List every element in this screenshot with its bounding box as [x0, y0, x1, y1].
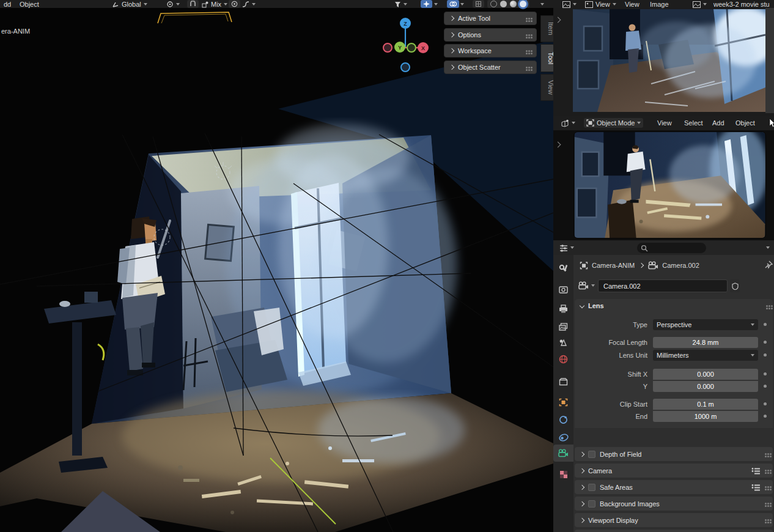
- panel-workspace[interactable]: Workspace: [444, 44, 537, 57]
- panel-title: Lens: [588, 302, 604, 309]
- tab-constraints-properties[interactable]: [553, 429, 573, 446]
- overlays-dropdown[interactable]: [460, 0, 464, 9]
- image-view-dropdown[interactable]: View: [585, 0, 616, 9]
- safe-areas-checkbox[interactable]: [588, 484, 595, 491]
- snap-target-dropdown[interactable]: Mix: [202, 0, 227, 9]
- editor-type-dropdown[interactable]: [559, 243, 574, 252]
- properties-search-input[interactable]: [637, 243, 706, 253]
- panel-viewport-display[interactable]: Viewport Display: [575, 513, 773, 527]
- properties-options-dropdown[interactable]: [766, 243, 770, 252]
- preset-list-icon[interactable]: [751, 467, 760, 475]
- panel-object-scatter[interactable]: Object Scatter: [444, 61, 537, 74]
- tab-texture-properties[interactable]: [553, 466, 573, 483]
- drag-grip-icon[interactable]: [526, 34, 528, 36]
- show-gizmo-toggle[interactable]: [421, 0, 432, 8]
- animate-dot[interactable]: [764, 341, 767, 344]
- xray-toggle[interactable]: [473, 0, 484, 8]
- panel-background-images[interactable]: Background Images: [575, 497, 773, 511]
- menu-select[interactable]: Select: [684, 119, 703, 127]
- panel-camera[interactable]: Camera: [575, 464, 773, 478]
- panel-custom-properties[interactable]: Custom Properties: [575, 530, 773, 532]
- clip-end-field[interactable]: 1000 m: [653, 411, 758, 422]
- object-filter-dropdown[interactable]: [394, 0, 407, 9]
- drag-grip-icon[interactable]: [765, 470, 767, 471]
- region-expand-arrow[interactable]: [555, 142, 561, 148]
- drag-grip-icon[interactable]: [526, 18, 528, 20]
- shading-rendered-icon[interactable]: [520, 1, 526, 7]
- fake-user-toggle[interactable]: [730, 279, 740, 292]
- animate-dot[interactable]: [764, 323, 767, 326]
- depth-of-field-checkbox[interactable]: [588, 451, 595, 458]
- preset-list-icon[interactable]: [751, 484, 760, 491]
- editor-type-dropdown[interactable]: [562, 0, 577, 9]
- drag-grip-icon[interactable]: [526, 50, 528, 52]
- drag-grip-icon[interactable]: [765, 503, 767, 504]
- drag-grip-icon[interactable]: [765, 486, 767, 488]
- gizmo-dropdown[interactable]: [434, 0, 438, 9]
- proportional-editing-toggle[interactable]: [229, 0, 240, 8]
- menu-add[interactable]: dd: [4, 0, 11, 9]
- shift-x-field[interactable]: 0.000: [653, 369, 758, 380]
- focal-length-field[interactable]: 24.8 mm: [653, 337, 758, 348]
- shading-solid-icon[interactable]: [500, 1, 507, 7]
- lens-unit-select[interactable]: Millimeters: [653, 350, 758, 361]
- image-editor-area[interactable]: [553, 8, 774, 116]
- lens-panel-header[interactable]: Lens: [575, 299, 773, 312]
- animate-dot[interactable]: [764, 402, 767, 405]
- tab-collection-properties[interactable]: [553, 373, 573, 390]
- tab-object-properties[interactable]: [553, 394, 573, 411]
- menu-object[interactable]: Object: [20, 0, 39, 9]
- pin-icon[interactable]: [764, 260, 773, 269]
- menu-view[interactable]: View: [657, 119, 672, 127]
- camera-viewport-area[interactable]: [553, 130, 774, 240]
- tab-physics-properties[interactable]: [553, 411, 573, 428]
- drag-grip-icon[interactable]: [526, 67, 528, 68]
- drag-grip-icon[interactable]: [765, 519, 767, 521]
- tab-output-properties[interactable]: [553, 300, 573, 317]
- camera-datablock-dropdown[interactable]: [578, 281, 595, 290]
- lens-type-select[interactable]: Perspective: [653, 319, 758, 330]
- menu-view[interactable]: View: [625, 0, 639, 9]
- viewport-editor-icon: [561, 119, 569, 127]
- animate-dot[interactable]: [764, 385, 767, 388]
- menu-add[interactable]: Add: [712, 119, 724, 127]
- animate-dot[interactable]: [764, 353, 767, 357]
- show-overlays-toggle[interactable]: [447, 0, 459, 8]
- image-datablock-name[interactable]: week3-2 movie stu: [713, 0, 770, 9]
- datablock-name-input[interactable]: Camera.002: [598, 279, 728, 292]
- pivot-point-dropdown[interactable]: [166, 0, 180, 9]
- shading-material-icon[interactable]: [510, 1, 517, 7]
- clip-start-field[interactable]: 0.1 m: [653, 399, 758, 410]
- image-datablock-dropdown[interactable]: [693, 0, 707, 9]
- menu-image[interactable]: Image: [650, 0, 669, 9]
- panel-options[interactable]: Options: [444, 28, 537, 42]
- panel-safe-areas[interactable]: Safe Areas: [575, 480, 773, 494]
- tab-tool-properties[interactable]: [553, 260, 573, 277]
- tab-object-data-properties[interactable]: [553, 445, 573, 462]
- menu-object[interactable]: Object: [735, 119, 755, 127]
- region-expand-arrow[interactable]: [555, 17, 561, 23]
- snap-toggle[interactable]: [187, 0, 199, 8]
- shift-y-field[interactable]: 0.000: [653, 381, 758, 392]
- falloff-dropdown[interactable]: [242, 0, 256, 9]
- animate-dot[interactable]: [764, 372, 767, 375]
- shading-dropdown[interactable]: [540, 0, 544, 9]
- background-images-checkbox[interactable]: [588, 500, 595, 508]
- tab-view-layer-properties[interactable]: [553, 318, 573, 335]
- drag-grip-icon[interactable]: [766, 305, 768, 307]
- mode-selector[interactable]: Object Mode: [584, 118, 643, 128]
- tab-render-properties[interactable]: [553, 281, 573, 298]
- main-3d-viewport[interactable]: era-ANIM Z X Y: [0, 8, 553, 532]
- tab-scene-properties[interactable]: [553, 334, 573, 351]
- panel-depth-of-field[interactable]: Depth of Field: [575, 447, 773, 461]
- tab-world-properties[interactable]: [553, 350, 573, 368]
- breadcrumb-data[interactable]: Camera.002: [662, 262, 699, 269]
- shading-wireframe-icon[interactable]: [490, 1, 497, 7]
- drag-grip-icon[interactable]: [765, 453, 767, 455]
- animate-dot[interactable]: [764, 415, 767, 418]
- transform-orientation-dropdown[interactable]: Global: [112, 0, 147, 9]
- panel-active-tool[interactable]: Active Tool: [444, 12, 537, 25]
- navigation-gizmo[interactable]: Z X Y: [376, 15, 435, 74]
- breadcrumb-object[interactable]: Camera-ANIM: [592, 262, 635, 269]
- editor-type-dropdown[interactable]: [561, 119, 575, 127]
